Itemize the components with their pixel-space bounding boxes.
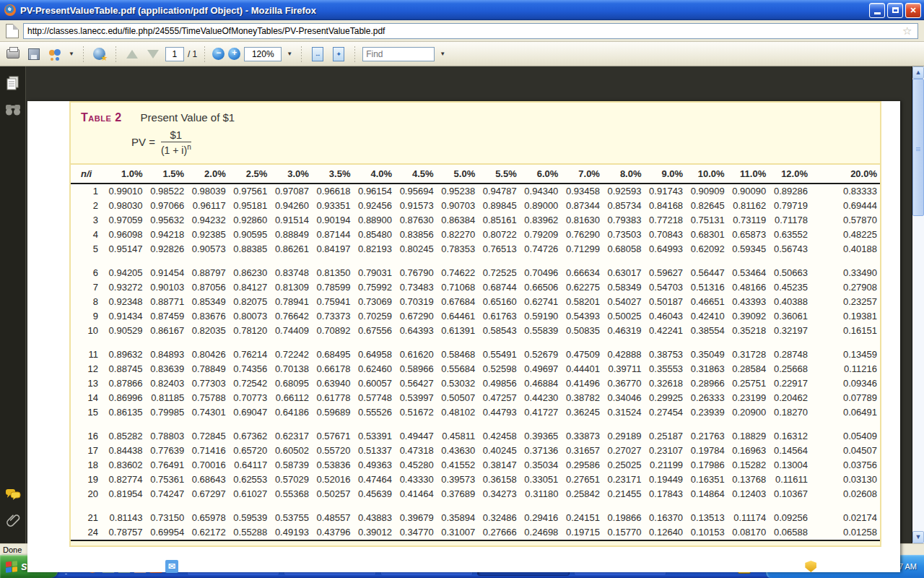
value-cell: 0.28966 (686, 376, 728, 391)
value-cell: 0.58739 (270, 458, 312, 473)
value-cell: 0.62092 (686, 242, 728, 256)
value-cell: 0.78803 (146, 429, 188, 444)
bookmark-star-icon[interactable]: ☆ (902, 25, 914, 37)
email-dropdown-arrow[interactable]: ▼ (67, 51, 76, 57)
value-cell: 0.49447 (395, 429, 437, 444)
zoom-out-button[interactable]: − (212, 48, 225, 60)
value-cell: 0.54703 (645, 280, 687, 295)
value-cell: 0.31728 (728, 348, 770, 362)
fit-page-button[interactable]: ✦ (330, 46, 347, 63)
value-cell: 0.15282 (728, 458, 770, 473)
scroll-down-button[interactable]: ▼ (912, 531, 924, 543)
value-cell: 0.52679 (520, 348, 562, 362)
value-cell: 0.94205 (104, 266, 146, 280)
column-header: 1.0% (104, 165, 146, 184)
column-header: 8.0% (603, 165, 645, 184)
value-cell: 0.05409 (811, 429, 880, 444)
value-cell: 0.18829 (728, 429, 770, 444)
value-cell: 0.89286 (769, 184, 811, 199)
firefox-window: PV-PresentValueTable.pdf (application/pd… (0, 0, 924, 578)
value-cell: 0.11216 (811, 362, 880, 376)
pdf-viewport: Table 2 Present Value of $1 PV = $1 (1 +… (26, 66, 912, 543)
table-row: 130.878660.824030.773030.725420.680950.6… (71, 376, 880, 391)
scroll-up-button[interactable]: ▲ (912, 66, 924, 79)
value-cell: 0.29416 (520, 511, 562, 525)
value-cell: 0.83676 (187, 309, 229, 324)
scrollbar-track[interactable] (912, 79, 924, 531)
value-cell: 0.94340 (520, 184, 562, 199)
value-cell: 0.97087 (270, 184, 312, 199)
table-row: 30.970590.956320.942320.928600.915140.90… (71, 213, 880, 228)
pdf-sidebar (0, 66, 26, 543)
value-cell: 0.63017 (603, 266, 645, 280)
value-cell: 0.92826 (146, 242, 188, 256)
value-cell: 0.87459 (146, 309, 188, 324)
search-icon[interactable] (4, 101, 22, 118)
value-cell: 0.69444 (811, 199, 880, 213)
value-cell: 0.81954 (104, 487, 146, 501)
close-button[interactable]: ✕ (905, 3, 921, 18)
value-cell: 0.56743 (769, 242, 811, 256)
pages-icon[interactable] (4, 75, 22, 92)
value-cell: 0.42458 (478, 429, 520, 444)
fit-width-button[interactable]: ↔ (309, 46, 326, 63)
value-cell: 0.75361 (146, 473, 188, 487)
zoom-dropdown-arrow[interactable]: ▼ (285, 51, 294, 57)
value-cell: 0.71068 (437, 280, 479, 295)
previous-page-button[interactable] (123, 46, 141, 63)
value-cell: 0.49856 (478, 376, 520, 391)
url-input[interactable] (24, 26, 902, 36)
value-cell: 0.88900 (353, 213, 395, 228)
email-button[interactable] (46, 46, 64, 63)
zoom-in-button[interactable]: + (228, 48, 240, 60)
upload-button[interactable] (91, 46, 108, 63)
zoom-level-field[interactable]: 120% (244, 47, 282, 61)
value-cell: 0.87630 (395, 213, 437, 228)
value-cell: 0.95147 (104, 242, 146, 256)
value-cell: 0.77303 (187, 376, 229, 391)
value-cell: 0.67290 (395, 309, 437, 324)
find-dropdown-arrow[interactable]: ▼ (438, 51, 447, 57)
save-button[interactable] (25, 46, 43, 63)
find-field-wrap (362, 47, 435, 61)
value-cell: 0.24698 (520, 525, 562, 540)
table-header-section: Table 2 Present Value of $1 PV = $1 (1 +… (71, 103, 880, 165)
next-page-button[interactable] (144, 46, 162, 63)
value-cell: 0.81350 (312, 266, 354, 280)
value-cell: 0.18270 (769, 405, 811, 420)
value-cell: 0.79383 (603, 213, 645, 228)
up-arrow-icon (126, 50, 138, 59)
group-gap (71, 420, 880, 429)
value-cell: 0.02608 (811, 487, 880, 501)
find-input[interactable] (363, 49, 434, 59)
minimize-button[interactable] (869, 3, 885, 18)
column-header: 5.5% (478, 165, 520, 184)
fit-page-icon: ✦ (333, 47, 344, 61)
value-cell: 0.70016 (187, 458, 229, 473)
value-cell: 0.85161 (478, 213, 520, 228)
value-cell: 0.41464 (395, 487, 437, 501)
column-header: 2.5% (229, 165, 271, 184)
value-cell: 0.73069 (353, 295, 395, 309)
value-cell: 0.94787 (478, 184, 520, 199)
period-cell: 19 (71, 473, 104, 487)
vertical-scrollbar[interactable]: ▲ ▼ (912, 66, 924, 543)
outlook-express-icon[interactable] (165, 560, 178, 573)
value-cell: 0.96117 (187, 199, 229, 213)
value-cell: 0.92456 (353, 199, 395, 213)
value-cell: 0.03130 (811, 473, 880, 487)
value-cell: 0.38554 (686, 324, 728, 338)
email-contacts-icon (48, 48, 61, 60)
value-cell: 0.71416 (187, 444, 229, 458)
value-cell: 0.84197 (312, 242, 354, 256)
page-number-input[interactable] (165, 47, 184, 61)
scrollbar-thumb[interactable] (912, 79, 924, 216)
attachments-icon[interactable] (4, 512, 22, 529)
value-cell: 0.32618 (645, 376, 687, 391)
period-cell: 14 (71, 391, 104, 405)
value-cell: 0.78757 (104, 525, 146, 540)
print-button[interactable] (4, 46, 22, 63)
comments-icon[interactable] (4, 486, 22, 503)
restore-button[interactable] (887, 3, 903, 18)
value-cell: 0.70319 (395, 295, 437, 309)
